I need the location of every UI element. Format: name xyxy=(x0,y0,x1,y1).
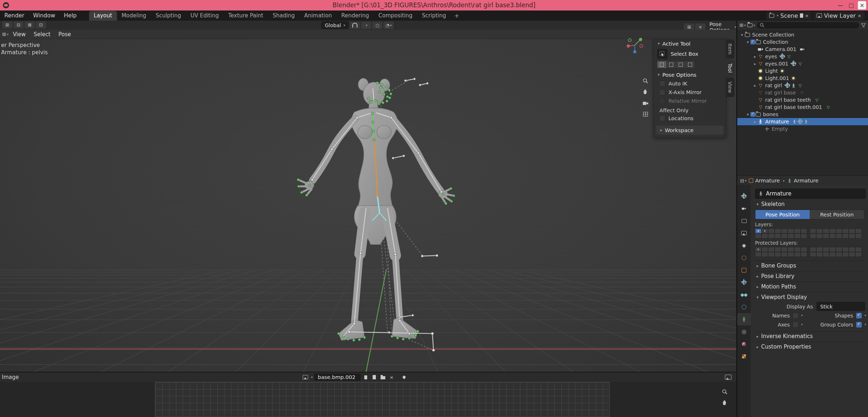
disclosure-icon[interactable]: ▸ xyxy=(752,62,758,66)
workspace-tab-uv-editing[interactable]: UV Editing xyxy=(186,11,223,21)
workspace-tab-layout[interactable]: Layout xyxy=(89,11,117,21)
breadcrumb-object[interactable]: Armature xyxy=(749,178,780,184)
tool-fallback-icon-3[interactable]: ⊠ xyxy=(25,21,35,29)
properties-tab-scene[interactable]: ◆ xyxy=(737,239,751,252)
image-editor-options-icon[interactable] xyxy=(725,374,732,381)
names-checkbox[interactable] xyxy=(793,313,798,319)
zoom-icon[interactable] xyxy=(640,76,650,86)
workspace-tab-scripting[interactable]: Scripting xyxy=(417,11,451,21)
tool-fallback-icon-1[interactable]: ⊞ xyxy=(2,21,12,29)
outliner-row-rat-girl-base[interactable]: ▽ rat girl base ▽ xyxy=(737,89,868,96)
snap-magnet-icon[interactable] xyxy=(350,22,360,29)
select-mode-set[interactable] xyxy=(657,61,666,68)
x-axis-mirror-option[interactable]: X-Axis Mirror xyxy=(654,88,726,97)
properties-tab-view-layer[interactable] xyxy=(737,227,751,239)
workspace-tab-rendering[interactable]: Rendering xyxy=(336,11,374,21)
close-button[interactable]: × xyxy=(858,1,866,9)
snap-settings-dropdown[interactable]: ▾ xyxy=(361,22,371,29)
outliner-editor-type-icon[interactable]: ⊞▾ xyxy=(739,22,746,28)
workspace-tab-modeling[interactable]: Modeling xyxy=(117,11,151,21)
menu-help[interactable]: Help xyxy=(59,12,81,19)
new-scene-icon[interactable] xyxy=(800,13,803,18)
decorator-dot[interactable]: • xyxy=(864,313,867,318)
camera-data-icon[interactable] xyxy=(800,48,805,51)
camera-view-icon[interactable] xyxy=(640,98,650,108)
disclosure-icon[interactable]: ▸ xyxy=(752,54,758,59)
viewport-menu-select[interactable]: Select xyxy=(30,31,54,38)
viewport-menu-view[interactable]: View xyxy=(9,31,29,38)
3d-viewport[interactable]: ⊞▾ View Select Pose er Perspective Armat… xyxy=(0,30,736,372)
light-data-icon[interactable] xyxy=(781,70,783,72)
unlink-scene-icon[interactable]: × xyxy=(805,13,809,18)
properties-tab-physics[interactable] xyxy=(737,301,751,313)
n-panel-tab-view[interactable]: View xyxy=(726,77,734,97)
axes-checkbox[interactable] xyxy=(793,322,798,328)
locations-option[interactable]: Locations xyxy=(654,114,726,123)
mesh-data-icon[interactable]: ▽ xyxy=(797,61,803,67)
motion-paths-panel-header[interactable]: ▸ Motion Paths xyxy=(755,282,866,291)
mesh-data-icon[interactable]: ▽ xyxy=(786,54,792,59)
outliner-row-empty[interactable]: Empty xyxy=(737,125,868,132)
mesh-data-icon[interactable]: ▽ xyxy=(797,83,803,88)
mesh-data-icon[interactable]: ▽ xyxy=(825,104,831,110)
fake-user-icon[interactable] xyxy=(362,374,369,381)
workspace-tab-shading[interactable]: Shading xyxy=(268,11,299,21)
properties-tab-object[interactable] xyxy=(737,264,751,276)
properties-tab-object-data[interactable] xyxy=(737,313,751,325)
workspace-panel-header[interactable]: ▸ Workspace xyxy=(656,126,724,135)
armature-modifier-icon[interactable] xyxy=(791,83,796,88)
collection-checkbox[interactable] xyxy=(750,112,755,117)
protected-block-1[interactable] xyxy=(755,247,807,257)
pan-hand-icon[interactable] xyxy=(640,87,650,97)
active-tool-row[interactable]: Select Box xyxy=(654,48,726,60)
outliner-row-scene-collection[interactable]: ▾ Scene Collection xyxy=(737,31,868,38)
rest-position-button[interactable]: Rest Position xyxy=(810,210,864,219)
properties-tab-render[interactable] xyxy=(737,202,751,215)
image-canvas[interactable] xyxy=(0,382,736,417)
properties-tab-constraints[interactable]: ◎ xyxy=(737,325,751,338)
menu-window[interactable]: Window xyxy=(29,12,59,19)
outliner-row-rat-girl-base-teeth-001[interactable]: ▽ rat girl base teeth.001 ▽ xyxy=(737,104,868,111)
select-mode-subtract[interactable] xyxy=(676,61,685,68)
armature-name-field[interactable]: Armature xyxy=(755,189,866,199)
outliner-row-armature[interactable]: ▸ Armature xyxy=(737,118,868,125)
outliner-row-eyes-001[interactable]: ▸ ▽ eyes.001 ▽ xyxy=(737,60,868,67)
auto-ik-checkbox[interactable] xyxy=(659,81,665,87)
properties-tab-modifiers[interactable] xyxy=(737,276,751,288)
disclosure-icon[interactable]: ▾ xyxy=(745,112,750,117)
outliner-display-mode-icon[interactable]: ▾ xyxy=(747,23,755,27)
disclosure-icon[interactable]: ▸ xyxy=(752,83,758,88)
tool-fallback-icon-2[interactable]: ⊟ xyxy=(13,21,24,29)
properties-tab-world[interactable] xyxy=(737,252,751,264)
pose-mode-icon[interactable] xyxy=(792,119,797,124)
skeleton-panel-header[interactable]: ▾ Skeleton xyxy=(755,199,866,209)
pose-options-panel-header[interactable]: ▾ Pose Options xyxy=(654,70,726,79)
navigation-gizmo[interactable] xyxy=(625,35,645,55)
modifier-icon[interactable] xyxy=(785,83,790,88)
modifier-icon[interactable] xyxy=(780,54,785,59)
layers-block-1[interactable] xyxy=(755,228,807,239)
properties-editor-type-icon[interactable]: ⊟▾ xyxy=(740,178,746,184)
auto-ik-option[interactable]: Auto IK xyxy=(654,79,726,88)
group-colors-checkbox[interactable] xyxy=(856,322,862,328)
3d-scene[interactable] xyxy=(0,30,736,372)
breadcrumb-armature-data[interactable]: Armature xyxy=(787,178,818,184)
decorator-dot[interactable]: • xyxy=(801,313,803,318)
search-input[interactable] xyxy=(766,22,856,28)
mesh-data-icon[interactable]: ▽ xyxy=(814,97,820,103)
locations-checkbox[interactable] xyxy=(659,115,665,121)
outliner-search[interactable] xyxy=(757,22,859,29)
menu-render[interactable]: Render xyxy=(0,12,29,19)
tool-fallback-icon-4[interactable]: ⊡ xyxy=(36,21,46,29)
display-as-dropdown[interactable]: Stick xyxy=(817,302,865,311)
decorator-dot[interactable]: • xyxy=(864,322,867,327)
orthographic-toggle-icon[interactable] xyxy=(640,109,650,119)
outliner-row-light-001[interactable]: Light.001 xyxy=(737,75,868,82)
n-panel-tab-tool[interactable]: Tool xyxy=(726,59,734,77)
pose-position-button[interactable]: Pose Position xyxy=(755,210,810,219)
proportional-editing-icon[interactable]: ○ xyxy=(372,22,382,29)
image-name-field[interactable]: base.bmp.002 xyxy=(314,374,361,381)
transform-orientation-dropdown[interactable]: Global ▾ xyxy=(321,21,349,29)
disclosure-icon[interactable]: ▸ xyxy=(752,119,758,124)
modifier-icon[interactable] xyxy=(792,62,796,66)
